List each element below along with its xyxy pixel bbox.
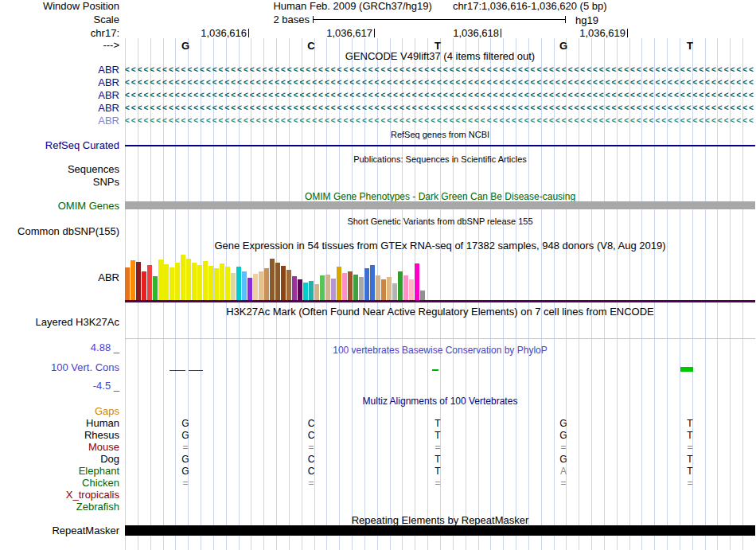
multiz-zebrafish-label: Zebrafish	[76, 501, 119, 513]
scale-ruler-line	[313, 19, 565, 20]
multiz-row-mouse: =====	[125, 442, 755, 453]
refseq-curated-label[interactable]: RefSeq Curated	[45, 140, 119, 151]
ruler-tick-mark	[627, 29, 628, 37]
omim-track-title[interactable]: OMIM Gene Phenotypes - Dark Green Can Be…	[125, 191, 755, 202]
ruler-tick-mark	[374, 29, 375, 37]
gencode-track-title[interactable]: GENCODE V49lift37 (4 items filtered out)	[125, 51, 755, 62]
sequences-label[interactable]: Sequences	[68, 164, 119, 175]
multiz-row-rhesus: GCTGT	[125, 430, 755, 441]
repeatmasker-element-bar[interactable]	[125, 525, 755, 536]
multiz-dog-label: Dog	[100, 454, 119, 465]
refseq-gene-bar[interactable]	[125, 145, 755, 146]
h3k27ac-signal-baseline	[125, 338, 755, 339]
genome-browser-view: Window Position Scale chr17: ---> ABR AB…	[0, 0, 756, 550]
gencode-item-label-abr-3[interactable]: ABR	[98, 90, 119, 101]
current-position: chr17:1,036,616-1,036,620 (5 bp)	[453, 1, 607, 12]
assembly-name: Human Feb. 2009 (GRCh37/hg19)	[273, 1, 431, 12]
multiz-chicken-label: Chicken	[82, 478, 119, 489]
chrom-label: chr17:	[91, 28, 119, 39]
ruler-tick-label-2: 1,036,617	[318, 28, 372, 39]
ruler-tick-label-4: 1,036,619	[571, 28, 625, 39]
phylop-track-title[interactable]: 100 vertebrates Basewise Conservation by…	[125, 345, 755, 356]
strand-direction-label: --->	[103, 40, 119, 51]
ruler-tick-label-1: 1,036,616	[193, 28, 247, 39]
h3k27ac-track-title[interactable]: H3K27Ac Mark (Often Found Near Active Re…	[125, 306, 755, 318]
common-dbsnp-label[interactable]: Common dbSNP(155)	[18, 226, 119, 237]
multiz-human-label: Human	[86, 418, 119, 429]
multiz-row-human: GCTGT	[125, 418, 755, 429]
gencode-item-label-abr-1[interactable]: ABR	[98, 64, 119, 76]
gtex-baseline-bar[interactable]	[125, 300, 755, 302]
phylop-max-value: 4.88 _	[91, 342, 119, 353]
layered-h3k27ac-label[interactable]: Layered H3K27Ac	[35, 317, 119, 328]
gtex-gene-label[interactable]: ABR	[98, 272, 119, 283]
dbsnp-track-title[interactable]: Short Genetic Variants from dbSNP releas…	[125, 216, 755, 227]
gencode-transcript-3[interactable]: <<<<<<<<<<<<<<<<<<<<<<<<<<<<<<<<<<<<<<<<…	[125, 90, 755, 100]
gencode-transcript-1[interactable]: <<<<<<<<<<<<<<<<<<<<<<<<<<<<<<<<<<<<<<<<…	[125, 64, 755, 75]
gtex-expression-bars[interactable]	[125, 252, 425, 300]
ruler-tick-label-3: 1,036,618	[445, 28, 499, 39]
repeatmasker-label[interactable]: RepeatMasker	[52, 525, 119, 536]
refseq-track-title[interactable]: RefSeq genes from NCBI	[125, 129, 755, 140]
repeatmasker-track-title[interactable]: Repeating Elements by RepeatMasker	[125, 515, 755, 526]
gencode-transcript-4[interactable]: <<<<<<<<<<<<<<<<<<<<<<<<<<<<<<<<<<<<<<<<…	[125, 103, 755, 113]
ruler-tick-mark	[501, 29, 501, 37]
gencode-item-label-abr-4[interactable]: ABR	[98, 103, 119, 114]
multiz-gaps-label: Gaps	[95, 406, 119, 417]
multiz-elephant-label: Elephant	[79, 466, 119, 477]
track-labels-column: Window Position Scale chr17: ---> ABR AB…	[0, 0, 122, 550]
position-header: Human Feb. 2009 (GRCh37/hg19) chr17:1,03…	[125, 1, 755, 12]
gtex-track-title[interactable]: Gene Expression in 54 tissues from GTEx …	[125, 240, 755, 252]
scale-label: Scale	[93, 14, 119, 25]
multiz-xtropicalis-label: X_tropicalis	[66, 490, 119, 501]
track-area: Human Feb. 2009 (GRCh37/hg19) chr17:1,03…	[125, 0, 755, 550]
multiz-rhesus-label: Rhesus	[84, 430, 119, 441]
genome-build-label: hg19	[575, 14, 598, 26]
gencode-transcript-2[interactable]: <<<<<<<<<<<<<<<<<<<<<<<<<<<<<<<<<<<<<<<<…	[125, 77, 755, 88]
phylop-min-value: -4.5 _	[93, 380, 119, 392]
multiz-row-dog: GCTGT	[125, 454, 755, 465]
snps-label[interactable]: SNPs	[93, 177, 119, 188]
scale-value: 2 bases	[252, 14, 310, 25]
phylop-track-label[interactable]: 100 Vert. Cons	[51, 362, 119, 373]
publications-track-title[interactable]: Publications: Sequences in Scientific Ar…	[125, 154, 755, 165]
reference-base-row: GCTGT	[125, 40, 755, 51]
window-position-label: Window Position	[43, 1, 119, 12]
gencode-item-label-abr-5[interactable]: ABR	[98, 115, 119, 127]
scale-ruler-right-cap	[565, 16, 566, 23]
multiz-mouse-label: Mouse	[88, 442, 119, 453]
omim-gene-bar[interactable]	[125, 201, 755, 209]
multiz-row-elephant: GCTAT	[125, 466, 755, 477]
multiz-track-title[interactable]: Multiz Alignments of 100 Vertebrates	[125, 396, 755, 407]
omim-genes-label[interactable]: OMIM Genes	[58, 201, 119, 212]
gencode-item-label-abr-2[interactable]: ABR	[98, 77, 119, 88]
ruler-tick-mark	[248, 29, 249, 37]
multiz-row-chicken: =====	[125, 478, 755, 489]
gencode-transcript-5[interactable]: <<<<<<<<<<<<<<<<<<<<<<<<<<<<<<<<<<<<<<<<…	[125, 115, 755, 126]
